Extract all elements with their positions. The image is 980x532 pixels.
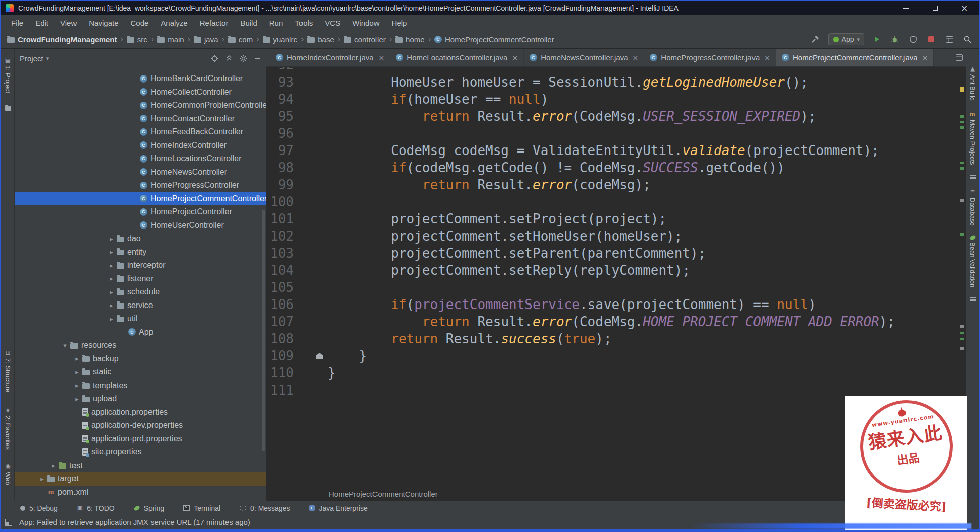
menu-navigate[interactable]: Navigate xyxy=(83,19,124,27)
gear-icon[interactable] xyxy=(240,55,247,62)
expand-arrow-icon[interactable]: ▸ xyxy=(37,475,47,483)
tool-stripe-button-1-project[interactable]: ▤1: Project xyxy=(4,57,12,93)
line-number[interactable]: 104 xyxy=(266,262,294,279)
code-line-92[interactable]: 92 xyxy=(266,67,966,73)
tree-item-static[interactable]: ▸static xyxy=(15,365,266,379)
expand-arrow-icon[interactable]: ▸ xyxy=(106,301,117,309)
toolwindow-layout-button[interactable] xyxy=(944,34,955,45)
code-line-93[interactable]: 93 HomeUser homeUser = SessionUtil.getLo… xyxy=(266,73,966,91)
tree-item-target[interactable]: ▸target xyxy=(15,472,266,486)
menu-build[interactable]: Build xyxy=(234,19,263,27)
tree-item-homeprogresscontroller[interactable]: HomeProgressController xyxy=(15,179,266,192)
close-tab-icon[interactable]: × xyxy=(922,54,928,62)
close-tab-icon[interactable]: × xyxy=(512,54,518,62)
code-line-102[interactable]: 102 projectComment.setHomeUser(homeUser)… xyxy=(266,227,966,245)
expand-arrow-icon[interactable]: ▾ xyxy=(60,342,70,349)
tree-item-homefeedbackcontroller[interactable]: HomeFeedBackController xyxy=(15,125,266,139)
build-button[interactable] xyxy=(810,34,821,45)
expand-arrow-icon[interactable]: ▸ xyxy=(106,315,117,323)
tree-item-entity[interactable]: ▸entity xyxy=(15,246,266,259)
search-everywhere-button[interactable] xyxy=(962,34,973,45)
line-number[interactable]: 110 xyxy=(266,364,294,382)
code-line-109[interactable]: 109 } xyxy=(266,347,966,364)
tool-stripe-button-bean-validation[interactable]: Bean Validation xyxy=(969,236,976,287)
tree-item-application-dev-properties[interactable]: application-dev.properties xyxy=(15,419,266,432)
locate-file-button[interactable] xyxy=(211,55,218,62)
tree-item-listener[interactable]: ▸listener xyxy=(15,272,266,286)
line-number[interactable]: 109 xyxy=(266,347,294,364)
line-number[interactable]: 101 xyxy=(266,210,294,227)
line-number[interactable]: 99 xyxy=(266,176,294,193)
expand-arrow-icon[interactable]: ▸ xyxy=(71,368,82,376)
tab-homeprojectcommentcontroller-java[interactable]: HomeProjectCommentController.java× xyxy=(776,49,934,66)
tree-item-homeprojectcommentcontroller[interactable]: HomeProjectCommentController xyxy=(15,192,266,206)
code-line-97[interactable]: 97 CodeMsg codeMsg = ValidateEntityUtil.… xyxy=(266,142,966,159)
tool-window-button-6-todo[interactable]: ▣6: TODO xyxy=(77,504,115,512)
tree-item-test[interactable]: ▸test xyxy=(15,459,266,473)
line-number[interactable]: 93 xyxy=(266,73,294,91)
tool-stripe-button-item[interactable] xyxy=(970,175,976,179)
chevron-down-icon[interactable]: ▾ xyxy=(46,55,49,62)
breadcrumb-item-home[interactable]: home xyxy=(395,35,425,44)
breadcrumb-class-name[interactable]: HomeProjectCommentController xyxy=(329,490,438,498)
tab-homeprogresscontroller-java[interactable]: HomeProgressController.java× xyxy=(644,49,776,66)
breadcrumb-item-base[interactable]: base xyxy=(307,35,334,44)
run-button[interactable] xyxy=(871,34,882,45)
tree-item-homebankcardcontroller[interactable]: HomeBankCardController xyxy=(15,72,266,86)
tool-stripe-button-ant-build[interactable]: ▲Ant Build xyxy=(969,66,976,101)
line-number[interactable]: 107 xyxy=(266,313,294,330)
menu-view[interactable]: View xyxy=(54,19,83,27)
tab-homelocationscontroller-java[interactable]: HomeLocationsController.java× xyxy=(390,49,524,66)
code-line-106[interactable]: 106 if(projectCommentService.save(projec… xyxy=(266,296,966,313)
tool-stripe-button-item[interactable] xyxy=(970,297,976,301)
tree-item-upload[interactable]: ▸upload xyxy=(15,392,266,406)
tree-item-app[interactable]: App xyxy=(15,326,266,339)
tree-item-schedule[interactable]: ▸schedule xyxy=(15,285,266,299)
tree-item-application-prd-properties[interactable]: application-prd.properties xyxy=(15,432,266,446)
expand-arrow-icon[interactable]: ▸ xyxy=(48,462,59,469)
tool-window-button-terminal[interactable]: Terminal xyxy=(183,504,220,512)
tree-item-homelocationscontroller[interactable]: HomeLocationsController xyxy=(15,152,266,166)
toolwindow-toggle-icon[interactable] xyxy=(5,519,12,526)
breadcrumb-item-homeprojectcommentcontroller[interactable]: HomeProjectCommentController xyxy=(434,35,554,44)
tool-stripe-button-maven-projects[interactable]: mMaven Projects xyxy=(969,111,976,165)
tool-window-button-java-enterprise[interactable]: EJava Enterprise xyxy=(309,504,367,512)
code-line-101[interactable]: 101 projectComment.setProject(project); xyxy=(266,210,966,227)
expand-arrow-icon[interactable]: ▸ xyxy=(71,382,82,389)
tree-item-homecollectcontroller[interactable]: HomeCollectController xyxy=(15,86,266,99)
tree-item-service[interactable]: ▸service xyxy=(15,299,266,313)
tree-item-homeindexcontroller[interactable]: HomeIndexController xyxy=(15,139,266,153)
menu-analyze[interactable]: Analyze xyxy=(155,19,193,27)
close-tab-icon[interactable]: × xyxy=(633,54,639,62)
tool-window-button-spring[interactable]: Spring xyxy=(134,504,164,512)
tool-stripe-button-2-favorites[interactable]: ★2: Favorites xyxy=(4,407,12,450)
line-number[interactable]: 103 xyxy=(266,245,294,262)
minimize-button[interactable] xyxy=(891,1,921,15)
line-number[interactable]: 92 xyxy=(266,67,294,73)
code-line-99[interactable]: 99 return Result.error(codeMsg); xyxy=(266,176,966,193)
menu-help[interactable]: Help xyxy=(386,19,413,27)
tree-item-site-properties[interactable]: site.properties xyxy=(15,445,266,459)
code-line-107[interactable]: 107 return Result.error(CodeMsg.HOME_PRO… xyxy=(266,313,966,330)
project-tree-scrollbar[interactable] xyxy=(262,210,265,451)
tree-item-homeprojectcontroller[interactable]: HomeProjectController xyxy=(15,205,266,219)
code-line-108[interactable]: 108 return Result.success(true); xyxy=(266,330,966,347)
tree-item-homecontactcontroller[interactable]: HomeContactController xyxy=(15,112,266,126)
coverage-button[interactable] xyxy=(908,34,919,45)
stop-button[interactable] xyxy=(926,34,937,45)
code-line-100[interactable]: 100 xyxy=(266,193,966,210)
menu-vcs[interactable]: VCS xyxy=(319,19,346,27)
tree-item-homenewscontroller[interactable]: HomeNewsController xyxy=(15,166,266,179)
tree-item-homeusercontroller[interactable]: HomeUserController xyxy=(15,219,266,233)
line-number[interactable]: 94 xyxy=(266,91,294,108)
tool-stripe-button-7-structure[interactable]: ⊞7: Structure xyxy=(4,350,12,392)
expand-arrow-icon[interactable]: ▸ xyxy=(106,262,117,269)
tab-homeindexcontroller-java[interactable]: HomeIndexController.java× xyxy=(270,49,390,66)
code-line-98[interactable]: 98 if(codeMsg.getCode() != CodeMsg.SUCCE… xyxy=(266,159,966,176)
tool-stripe-button-database[interactable]: ≣Database xyxy=(969,189,976,226)
tool-stripe-button-item[interactable] xyxy=(5,106,11,111)
tree-item-backup[interactable]: ▸backup xyxy=(15,352,266,366)
breadcrumb-item-yuanlrc[interactable]: yuanlrc xyxy=(263,35,297,44)
tree-item-application-properties[interactable]: application.properties xyxy=(15,406,266,419)
menu-run[interactable]: Run xyxy=(263,19,289,27)
